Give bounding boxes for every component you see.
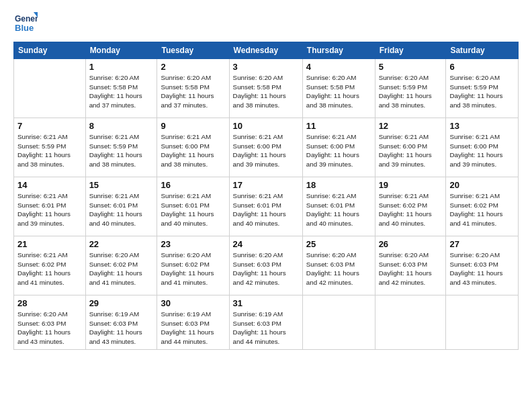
- day-detail: Sunrise: 6:21 AM Sunset: 6:00 PM Dayligh…: [161, 132, 225, 169]
- cell-0-5: 5Sunrise: 6:20 AM Sunset: 5:59 PM Daylig…: [375, 59, 446, 118]
- cell-3-0: 21Sunrise: 6:21 AM Sunset: 6:02 PM Dayli…: [14, 236, 86, 295]
- day-detail: Sunrise: 6:21 AM Sunset: 6:01 PM Dayligh…: [161, 191, 225, 228]
- svg-text:General: General: [15, 14, 38, 24]
- day-detail: Sunrise: 6:20 AM Sunset: 6:02 PM Dayligh…: [161, 250, 225, 287]
- day-detail: Sunrise: 6:21 AM Sunset: 6:00 PM Dayligh…: [379, 132, 443, 169]
- day-detail: Sunrise: 6:21 AM Sunset: 6:02 PM Dayligh…: [17, 250, 82, 287]
- cell-4-1: 29Sunrise: 6:19 AM Sunset: 6:03 PM Dayli…: [85, 295, 157, 350]
- cell-1-4: 11Sunrise: 6:21 AM Sunset: 6:00 PM Dayli…: [302, 118, 375, 177]
- cell-2-1: 15Sunrise: 6:21 AM Sunset: 6:01 PM Dayli…: [85, 177, 157, 236]
- day-detail: Sunrise: 6:21 AM Sunset: 6:01 PM Dayligh…: [89, 191, 154, 228]
- cell-3-1: 22Sunrise: 6:20 AM Sunset: 6:02 PM Dayli…: [85, 236, 157, 295]
- col-header-sunday: Sunday: [14, 42, 86, 59]
- day-number: 28: [17, 298, 82, 308]
- day-detail: Sunrise: 6:20 AM Sunset: 5:58 PM Dayligh…: [161, 73, 225, 110]
- cell-3-4: 25Sunrise: 6:20 AM Sunset: 6:03 PM Dayli…: [302, 236, 375, 295]
- day-number: 10: [233, 121, 299, 131]
- day-number: 30: [161, 298, 225, 308]
- cell-3-2: 23Sunrise: 6:20 AM Sunset: 6:02 PM Dayli…: [157, 236, 229, 295]
- day-detail: Sunrise: 6:21 AM Sunset: 6:01 PM Dayligh…: [233, 191, 299, 228]
- day-detail: Sunrise: 6:20 AM Sunset: 6:03 PM Dayligh…: [379, 250, 443, 287]
- cell-4-3: 31Sunrise: 6:19 AM Sunset: 6:03 PM Dayli…: [229, 295, 302, 350]
- cell-3-3: 24Sunrise: 6:20 AM Sunset: 6:03 PM Dayli…: [229, 236, 302, 295]
- col-header-tuesday: Tuesday: [157, 42, 229, 59]
- day-number: 25: [306, 239, 371, 249]
- cell-2-6: 20Sunrise: 6:21 AM Sunset: 6:02 PM Dayli…: [446, 177, 519, 236]
- day-number: 26: [379, 239, 443, 249]
- cell-2-0: 14Sunrise: 6:21 AM Sunset: 6:01 PM Dayli…: [14, 177, 86, 236]
- cell-0-1: 1Sunrise: 6:20 AM Sunset: 5:58 PM Daylig…: [85, 59, 157, 118]
- page: General Blue SundayMondayTuesdayWednesda…: [0, 0, 532, 411]
- day-number: 15: [89, 180, 154, 190]
- week-row-3: 21Sunrise: 6:21 AM Sunset: 6:02 PM Dayli…: [14, 236, 519, 295]
- calendar-table: SundayMondayTuesdayWednesdayThursdayFrid…: [13, 42, 519, 350]
- day-detail: Sunrise: 6:20 AM Sunset: 6:02 PM Dayligh…: [89, 250, 154, 287]
- day-number: 1: [89, 62, 154, 72]
- day-detail: Sunrise: 6:20 AM Sunset: 5:59 PM Dayligh…: [379, 73, 443, 110]
- cell-3-6: 27Sunrise: 6:20 AM Sunset: 6:03 PM Dayli…: [446, 236, 519, 295]
- cell-0-4: 4Sunrise: 6:20 AM Sunset: 5:58 PM Daylig…: [302, 59, 375, 118]
- day-number: 7: [17, 121, 82, 131]
- day-number: 2: [161, 62, 225, 72]
- day-detail: Sunrise: 6:21 AM Sunset: 5:59 PM Dayligh…: [17, 132, 82, 169]
- header-row: SundayMondayTuesdayWednesdayThursdayFrid…: [14, 42, 519, 59]
- day-number: 9: [161, 121, 225, 131]
- day-number: 5: [379, 62, 443, 72]
- week-row-4: 28Sunrise: 6:20 AM Sunset: 6:03 PM Dayli…: [14, 295, 519, 350]
- day-detail: Sunrise: 6:21 AM Sunset: 6:00 PM Dayligh…: [306, 132, 371, 169]
- cell-0-3: 3Sunrise: 6:20 AM Sunset: 5:58 PM Daylig…: [229, 59, 302, 118]
- logo: General Blue: [13, 11, 38, 35]
- cell-1-3: 10Sunrise: 6:21 AM Sunset: 6:00 PM Dayli…: [229, 118, 302, 177]
- day-number: 13: [449, 121, 515, 131]
- col-header-saturday: Saturday: [446, 42, 519, 59]
- cell-0-6: 6Sunrise: 6:20 AM Sunset: 5:59 PM Daylig…: [446, 59, 519, 118]
- cell-2-5: 19Sunrise: 6:21 AM Sunset: 6:02 PM Dayli…: [375, 177, 446, 236]
- day-detail: Sunrise: 6:21 AM Sunset: 6:02 PM Dayligh…: [449, 191, 515, 228]
- cell-4-6: [446, 295, 519, 350]
- col-header-friday: Friday: [375, 42, 446, 59]
- day-detail: Sunrise: 6:20 AM Sunset: 6:03 PM Dayligh…: [17, 310, 82, 347]
- day-number: 8: [89, 121, 154, 131]
- day-detail: Sunrise: 6:20 AM Sunset: 5:59 PM Dayligh…: [449, 73, 515, 110]
- day-number: 6: [449, 62, 515, 72]
- day-detail: Sunrise: 6:19 AM Sunset: 6:03 PM Dayligh…: [161, 310, 225, 347]
- day-detail: Sunrise: 6:21 AM Sunset: 5:59 PM Dayligh…: [89, 132, 154, 169]
- col-header-thursday: Thursday: [302, 42, 375, 59]
- day-number: 3: [233, 62, 299, 72]
- day-number: 29: [89, 298, 154, 308]
- cell-1-5: 12Sunrise: 6:21 AM Sunset: 6:00 PM Dayli…: [375, 118, 446, 177]
- day-detail: Sunrise: 6:20 AM Sunset: 5:58 PM Dayligh…: [89, 73, 154, 110]
- day-number: 22: [89, 239, 154, 249]
- cell-4-4: [302, 295, 375, 350]
- day-number: 16: [161, 180, 225, 190]
- cell-1-1: 8Sunrise: 6:21 AM Sunset: 5:59 PM Daylig…: [85, 118, 157, 177]
- day-number: 23: [161, 239, 225, 249]
- day-number: 31: [233, 298, 299, 308]
- day-detail: Sunrise: 6:21 AM Sunset: 6:01 PM Dayligh…: [306, 191, 371, 228]
- week-row-2: 14Sunrise: 6:21 AM Sunset: 6:01 PM Dayli…: [14, 177, 519, 236]
- cell-4-0: 28Sunrise: 6:20 AM Sunset: 6:03 PM Dayli…: [14, 295, 86, 350]
- col-header-wednesday: Wednesday: [229, 42, 302, 59]
- day-number: 20: [449, 180, 515, 190]
- cell-4-2: 30Sunrise: 6:19 AM Sunset: 6:03 PM Dayli…: [157, 295, 229, 350]
- cell-2-4: 18Sunrise: 6:21 AM Sunset: 6:01 PM Dayli…: [302, 177, 375, 236]
- cell-2-3: 17Sunrise: 6:21 AM Sunset: 6:01 PM Dayli…: [229, 177, 302, 236]
- day-number: 11: [306, 121, 371, 131]
- header: General Blue: [13, 11, 519, 35]
- week-row-1: 7Sunrise: 6:21 AM Sunset: 5:59 PM Daylig…: [14, 118, 519, 177]
- day-detail: Sunrise: 6:20 AM Sunset: 6:03 PM Dayligh…: [233, 250, 299, 287]
- cell-1-0: 7Sunrise: 6:21 AM Sunset: 5:59 PM Daylig…: [14, 118, 86, 177]
- cell-0-0: [14, 59, 86, 118]
- cell-4-5: [375, 295, 446, 350]
- day-detail: Sunrise: 6:20 AM Sunset: 5:58 PM Dayligh…: [306, 73, 371, 110]
- day-detail: Sunrise: 6:20 AM Sunset: 6:03 PM Dayligh…: [449, 250, 515, 287]
- day-detail: Sunrise: 6:19 AM Sunset: 6:03 PM Dayligh…: [233, 310, 299, 347]
- day-detail: Sunrise: 6:21 AM Sunset: 6:01 PM Dayligh…: [17, 191, 82, 228]
- cell-1-6: 13Sunrise: 6:21 AM Sunset: 6:00 PM Dayli…: [446, 118, 519, 177]
- cell-1-2: 9Sunrise: 6:21 AM Sunset: 6:00 PM Daylig…: [157, 118, 229, 177]
- day-number: 14: [17, 180, 82, 190]
- day-number: 4: [306, 62, 371, 72]
- day-number: 27: [449, 239, 515, 249]
- cell-2-2: 16Sunrise: 6:21 AM Sunset: 6:01 PM Dayli…: [157, 177, 229, 236]
- cell-0-2: 2Sunrise: 6:20 AM Sunset: 5:58 PM Daylig…: [157, 59, 229, 118]
